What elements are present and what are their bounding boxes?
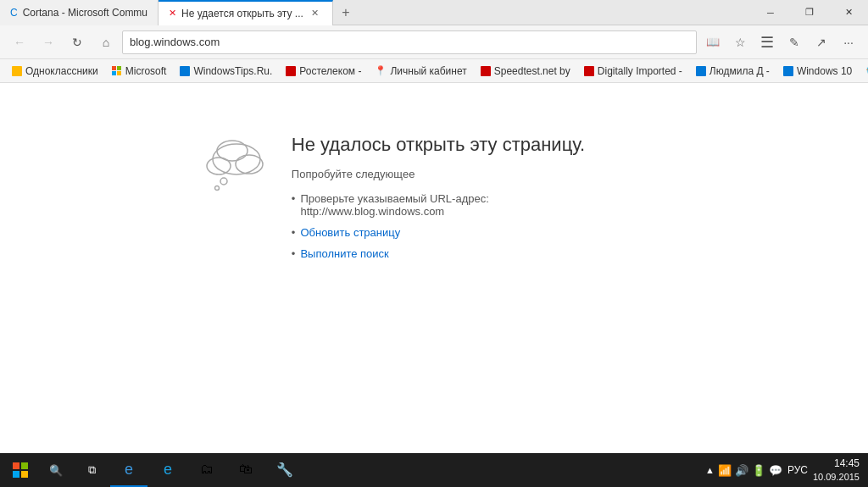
bookmark-speedtest[interactable]: Speedtest.net by (476, 64, 576, 79)
error-refresh-item: Обновить страницу (292, 226, 585, 239)
svg-rect-7 (21, 462, 28, 469)
bookmark-icon-speedtest (481, 66, 491, 76)
store-taskbar-app[interactable]: 🛍 (227, 453, 264, 487)
svg-point-4 (220, 178, 227, 185)
taskbar-right: ▲ 📶 🔊 🔋 💬 РУС 14:45 10.09.2015 (705, 457, 865, 484)
error-search-item: Выполните поиск (292, 247, 585, 260)
unknown-taskbar-app[interactable]: 🔧 (266, 453, 303, 487)
start-button[interactable] (3, 453, 37, 487)
svg-rect-8 (13, 471, 19, 478)
bookmarks-bar: Одноклассники Microsoft WindowsTips.Ru. … (0, 59, 868, 83)
window-controls: ─ ❐ ✕ (751, 0, 868, 25)
bookmark-windowstips[interactable]: WindowsTips.Ru. (175, 64, 277, 79)
bookmark-icon-odnoklassniki (12, 66, 22, 76)
tabs-container: C Cortana - Microsoft Commu ✕ Не удается… (0, 0, 751, 25)
bookmark-icon-windows10 (783, 66, 793, 76)
network-icon: 📶 (718, 464, 732, 477)
ie-taskbar-app[interactable]: e (149, 453, 186, 487)
bookmark-windows10[interactable]: Windows 10 (778, 64, 857, 79)
svg-rect-9 (21, 471, 28, 478)
svg-rect-6 (13, 462, 19, 469)
share-button[interactable]: ↗ (809, 30, 834, 55)
chevron-up-icon[interactable]: ▲ (705, 465, 715, 475)
address-input[interactable] (130, 36, 689, 48)
back-button[interactable]: ← (7, 30, 32, 55)
nav-bar: ← → ↻ ⌂ 📖 ☆ ☰ ✎ ↗ ··· (0, 25, 868, 59)
title-bar: C Cortana - Microsoft Commu ✕ Не удается… (0, 0, 868, 25)
error-text: Не удалось открыть эту страницу. Попробу… (292, 134, 585, 268)
tab-cortana[interactable]: C Cortana - Microsoft Commu (0, 0, 159, 25)
main-content: Не удалось открыть эту страницу. Попробу… (0, 83, 868, 453)
taskbar-system-icons: ▲ 📶 🔊 🔋 💬 (705, 464, 782, 477)
svg-point-5 (214, 186, 219, 191)
bookmark-odnoklassniki[interactable]: Одноклассники (7, 64, 103, 79)
add-tab-button[interactable]: + (333, 0, 359, 25)
nav-right-buttons: 📖 ☆ ☰ ✎ ↗ ··· (700, 30, 861, 55)
address-bar[interactable] (122, 30, 697, 54)
refresh-link[interactable]: Обновить страницу (300, 226, 400, 239)
home-button[interactable]: ⌂ (93, 30, 119, 55)
bookmark-ludmila[interactable]: Людмила Д - (691, 64, 775, 79)
minimize-button[interactable]: ─ (751, 0, 790, 25)
bookmark-icon-windowstips (180, 66, 190, 76)
favorites-button[interactable]: ☆ (727, 30, 753, 55)
bookmark-icon-ludmila (696, 66, 706, 76)
taskbar-time: 14:45 10.09.2015 (813, 457, 860, 484)
note-button[interactable]: ✎ (782, 30, 807, 55)
message-icon: 💬 (769, 464, 782, 477)
error-check-url-item: Проверьте указываемый URL-адрес: http://… (292, 192, 585, 218)
error-body: Проверьте указываемый URL-адрес: http://… (292, 192, 585, 260)
forward-button[interactable]: → (36, 30, 61, 55)
reader-button[interactable]: 📖 (700, 30, 726, 55)
bookmark-microsoft[interactable]: Microsoft (107, 64, 172, 79)
taskbar: 🔍 ⧉ e e 🗂 🛍 🔧 ▲ 📶 🔊 🔋 💬 РУС 14:45 10.09.… (0, 453, 868, 487)
more-button[interactable]: ··· (836, 30, 861, 55)
svg-point-0 (213, 144, 260, 174)
bookmark-lichniy[interactable]: 📍 Личный кабинет (370, 64, 471, 79)
taskbar-lang: РУС (787, 464, 808, 476)
cloud-icon (198, 134, 266, 196)
explorer-taskbar-app[interactable]: 🗂 (188, 453, 225, 487)
close-button[interactable]: ✕ (829, 0, 868, 25)
error-subtitle: Попробуйте следующее (292, 168, 585, 180)
taskbar-left: 🔍 ⧉ e e 🗂 🛍 🔧 (3, 453, 303, 487)
search-link[interactable]: Выполните поиск (300, 247, 388, 260)
bookmark-icon-digitally (584, 66, 594, 76)
edge-taskbar-app[interactable]: e (110, 453, 147, 487)
bookmark-digitally[interactable]: Digitally Imported - (579, 64, 687, 79)
search-taskbar-button[interactable]: 🔍 (39, 453, 73, 487)
close-tab-icon[interactable]: ✕ (309, 7, 322, 20)
hub-button[interactable]: ☰ (754, 30, 780, 55)
bookmark-gabriel[interactable]: 🐦 Gabriel Aul (860, 64, 868, 79)
volume-icon: 🔊 (735, 464, 748, 477)
bookmark-rostelekom[interactable]: Ростелеком - (281, 64, 366, 79)
error-container: Не удалось открыть эту страницу. Попробу… (198, 134, 585, 268)
bookmark-icon-lichniy: 📍 (375, 65, 387, 76)
tab-active[interactable]: ✕ Не удается открыть эту ... ✕ (159, 0, 333, 25)
task-view-button[interactable]: ⧉ (75, 453, 108, 487)
bookmark-icon-microsoft (112, 66, 122, 76)
refresh-button[interactable]: ↻ (64, 30, 90, 55)
battery-icon: 🔋 (752, 464, 765, 477)
error-title: Не удалось открыть эту страницу. (292, 134, 585, 156)
maximize-button[interactable]: ❐ (790, 0, 829, 25)
bookmark-icon-rostelekom (286, 66, 296, 76)
